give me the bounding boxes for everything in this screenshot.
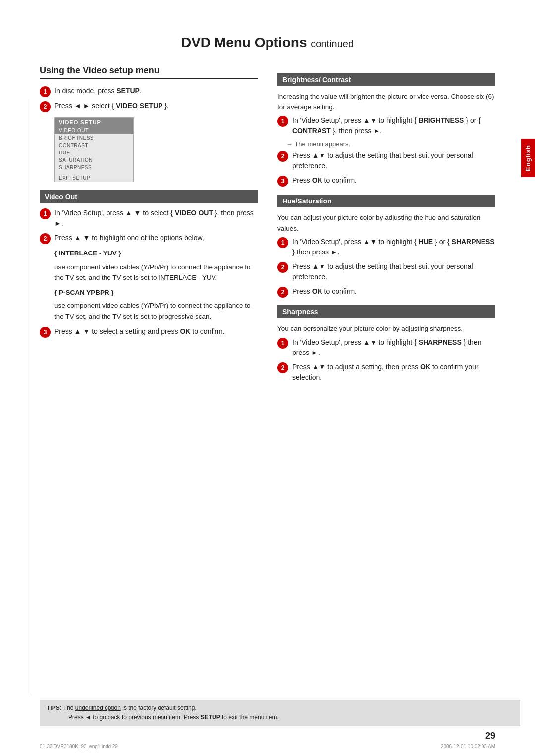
page-container: English DVD Menu Options continued Using… bbox=[0, 0, 535, 756]
menu-item-video-out: VIDEO OUT bbox=[55, 127, 133, 134]
hs-step-2: 2 Press ▲▼ to adjust the setting that be… bbox=[277, 261, 495, 282]
vo-step-num-2: 2 bbox=[40, 233, 51, 244]
bc-step-2: 2 Press ▲▼ to adjust the setting that be… bbox=[277, 151, 495, 171]
hue-saturation-heading: Hue/Saturation bbox=[277, 195, 495, 207]
menu-header: VIDEO SETUP bbox=[55, 118, 133, 127]
tips-line2: Press ◄ to go back to previous menu item… bbox=[68, 714, 279, 721]
hs-step-num-1: 1 bbox=[277, 237, 288, 248]
vo-step-3-content: Press ▲ ▼ to select a setting and press … bbox=[54, 326, 258, 337]
video-out-heading: Video Out bbox=[40, 190, 258, 203]
vo-step-1-content: In 'Video Setup', press ▲ ▼ to select { … bbox=[54, 208, 258, 229]
hs-step-num-2: 2 bbox=[277, 262, 288, 273]
menu-item-exit-setup: EXIT SETUP bbox=[55, 174, 133, 182]
hs-step-1: 1 In 'Video Setup', press ▲▼ to highligh… bbox=[277, 237, 495, 257]
step-num-1: 1 bbox=[40, 86, 51, 97]
bc-step-num-1: 1 bbox=[277, 116, 288, 127]
vo-step-num-3: 3 bbox=[40, 327, 51, 338]
intro-step-2: 2 Press ◄ ► select { VIDEO SETUP }. bbox=[40, 101, 258, 112]
two-column-layout: Using the Video setup menu 1 In disc mod… bbox=[40, 65, 495, 387]
english-tab: English bbox=[521, 139, 535, 177]
left-rule bbox=[31, 99, 31, 697]
bc-arrow-bullet: → The menu appears. bbox=[286, 140, 495, 148]
pscan-block: { P-SCAN YPBPR } use component video cab… bbox=[54, 287, 258, 322]
bc-step-3-content: Press OK to confirm. bbox=[292, 175, 495, 186]
footer-left: 01-33 DVP3180K_93_eng1.indd 29 bbox=[40, 744, 118, 749]
video-out-step-1: 1 In 'Video Setup', press ▲ ▼ to select … bbox=[40, 208, 258, 229]
page-number: 29 bbox=[485, 731, 495, 741]
interlace-text: use component video cables (Y/Pb/Pr) to … bbox=[54, 262, 258, 283]
hs-step-confirm: 2 Press OK to confirm. bbox=[277, 286, 495, 298]
page-title: DVD Menu Options continued bbox=[40, 30, 495, 50]
intro-step-1: 1 In disc mode, press SETUP. bbox=[40, 86, 258, 97]
hs-step-confirm-content: Press OK to confirm. bbox=[292, 286, 495, 297]
section-heading-video-setup: Using the Video setup menu bbox=[40, 65, 258, 79]
menu-item-saturation: SATURATION bbox=[55, 156, 133, 164]
menu-item-brightness: BRIGHTNESS bbox=[55, 134, 133, 142]
bc-step-1: 1 In 'Video Setup', press ▲▼ to highligh… bbox=[277, 115, 495, 136]
step-2-content: Press ◄ ► select { VIDEO SETUP }. bbox=[54, 101, 258, 111]
sharpness-heading: Sharpness bbox=[277, 305, 495, 318]
menu-screenshot: VIDEO SETUP VIDEO OUT BRIGHTNESS CONTRAS… bbox=[54, 117, 134, 182]
sh-step-2-content: Press ▲▼ to adjust a setting, then press… bbox=[292, 362, 495, 383]
video-out-step-2: 2 Press ▲ ▼ to highlight one of the opti… bbox=[40, 233, 258, 244]
hue-intro: You can adjust your picture color by adj… bbox=[277, 212, 495, 234]
video-out-step-3: 3 Press ▲ ▼ to select a setting and pres… bbox=[40, 326, 258, 338]
tips-label: TIPS: bbox=[47, 705, 62, 711]
bc-step-num-3: 3 bbox=[277, 176, 288, 187]
sharpness-intro: You can personalize your picture color b… bbox=[277, 323, 495, 334]
bc-step-1-content: In 'Video Setup', press ▲▼ to highlight … bbox=[292, 115, 495, 136]
bc-step-2-content: Press ▲▼ to adjust the setting that best… bbox=[292, 151, 495, 171]
footer-right: 2006-12-01 10:02:03 AM bbox=[441, 744, 495, 749]
menu-item-hue: HUE bbox=[55, 149, 133, 156]
vo-step-num-1: 1 bbox=[40, 208, 51, 219]
tips-line1: The underlined option is the factory def… bbox=[63, 705, 197, 711]
right-column: Brightness/ Contrast Increasing the valu… bbox=[277, 65, 495, 387]
sh-step-num-1: 1 bbox=[277, 338, 288, 349]
pscan-text: use component video cables (Y/Pb/Pr) to … bbox=[54, 301, 258, 322]
vo-step-2-content: Press ▲ ▼ to highlight one of the option… bbox=[54, 233, 258, 243]
tips-bar: TIPS: The underlined option is the facto… bbox=[40, 700, 520, 726]
hs-step-2-content: Press ▲▼ to adjust the setting that best… bbox=[292, 261, 495, 282]
sh-step-1-content: In 'Video Setup', press ▲▼ to highlight … bbox=[292, 337, 495, 358]
interlace-block: { INTERLACE - YUV } use component video … bbox=[54, 248, 258, 283]
bc-step-num-2: 2 bbox=[277, 151, 288, 162]
brightness-intro: Increasing the value will brighten the p… bbox=[277, 91, 495, 112]
sh-step-2: 2 Press ▲▼ to adjust a setting, then pre… bbox=[277, 362, 495, 383]
title-continued: continued bbox=[311, 38, 354, 49]
bc-step-3: 3 Press OK to confirm. bbox=[277, 175, 495, 187]
title-main: DVD Menu Options bbox=[181, 35, 307, 50]
step-1-content: In disc mode, press SETUP. bbox=[54, 86, 258, 96]
sh-step-1: 1 In 'Video Setup', press ▲▼ to highligh… bbox=[277, 337, 495, 358]
menu-item-contrast: CONTRAST bbox=[55, 142, 133, 149]
left-column: Using the Video setup menu 1 In disc mod… bbox=[40, 65, 258, 387]
step-num-2: 2 bbox=[40, 101, 51, 112]
hs-step-1-content: In 'Video Setup', press ▲▼ to highlight … bbox=[292, 237, 495, 257]
hs-step-num-confirm: 2 bbox=[277, 287, 288, 298]
sh-step-num-2: 2 bbox=[277, 362, 288, 373]
menu-item-sharpness: SHARPNESS bbox=[55, 164, 133, 171]
brightness-contrast-heading: Brightness/ Contrast bbox=[277, 73, 495, 86]
